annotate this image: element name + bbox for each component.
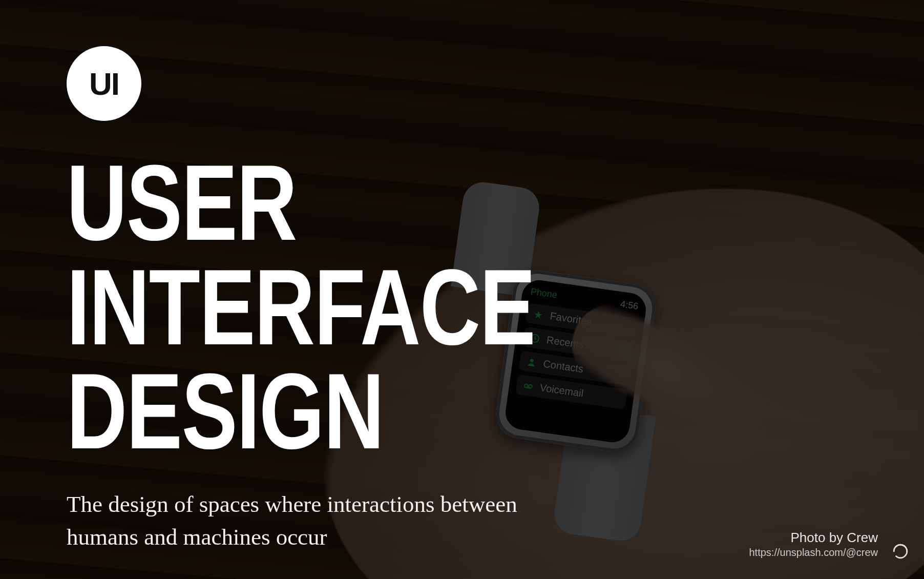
photo-credit-author: Photo by Crew [749,530,878,546]
ui-badge-label: UI [89,66,119,102]
photo-credit: Photo by Crew https://unsplash.com/@crew [749,530,878,559]
slide-subtitle: The design of spaces where interactions … [67,488,528,554]
refresh-icon[interactable] [890,541,911,562]
photo-credit-url: https://unsplash.com/@crew [749,547,878,559]
text-block: UI USER INTERFACE DESIGN The design of s… [67,46,924,554]
ui-badge: UI [67,46,141,121]
slide-title: USER INTERFACE DESIGN [67,151,736,464]
slide: Phone 4:56 ★ Favorites Recents Contacts [0,0,924,579]
